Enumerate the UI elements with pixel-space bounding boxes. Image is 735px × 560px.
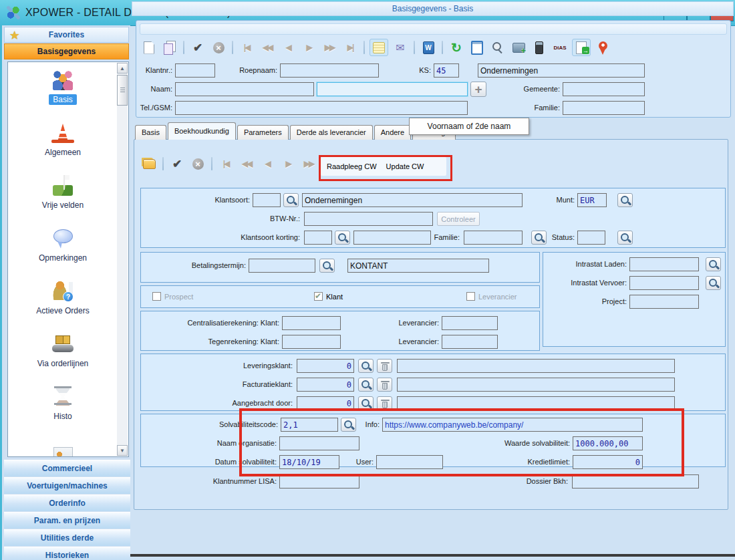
centralisatie-leverancier-field[interactable] [442, 316, 498, 330]
solvabiliteitscode-field[interactable] [281, 418, 338, 432]
waarde-solvabiliteit-field[interactable] [573, 436, 643, 450]
sidebar-nav-voertuigen-machines[interactable]: Voertuigen/machines [4, 477, 130, 494]
facturatieklant-description-field[interactable] [397, 378, 675, 392]
klantnr-field[interactable] [175, 63, 215, 78]
tab-boekhoudkundig[interactable]: Boekhoudkundig [168, 122, 236, 140]
word-export-icon[interactable]: W [420, 39, 437, 55]
nav-fast-prev-icon[interactable]: ◀◀ [259, 39, 276, 55]
acc-familie-field[interactable] [464, 231, 523, 245]
mail-icon[interactable]: ✉ [392, 39, 409, 55]
betalingstermijn-search-icon[interactable] [319, 259, 335, 273]
leveringsklant-description-field[interactable] [397, 359, 675, 373]
klantsoort-search-icon[interactable] [283, 193, 299, 207]
sidebar-nav-param-en-prijzen[interactable]: Param. en prijzen [4, 512, 130, 529]
sidebar-nav-orderinfo[interactable]: Orderinfo [4, 495, 130, 511]
leveringsklant-delete-icon[interactable] [377, 359, 392, 373]
nav-next-icon[interactable]: ▶ [279, 156, 297, 172]
new-document-icon[interactable] [140, 39, 158, 55]
nav-prev-icon[interactable]: ◀ [259, 156, 276, 172]
naam-field[interactable] [175, 82, 314, 96]
dias-icon[interactable]: DiAS [551, 39, 569, 55]
familie-field[interactable] [563, 101, 645, 115]
favorites-header[interactable]: ★ Favorites [4, 27, 129, 43]
nav-first-icon[interactable]: |◀ [238, 39, 255, 55]
confirm-icon[interactable] [189, 39, 206, 55]
klant-checkbox[interactable] [314, 292, 323, 301]
status-search-icon[interactable] [617, 231, 633, 245]
confirm-icon[interactable] [168, 156, 186, 172]
refresh-icon[interactable]: ↻ [448, 39, 465, 55]
btw-field[interactable] [304, 212, 433, 226]
gemeente-field[interactable] [563, 82, 645, 96]
tab-andere[interactable]: Andere [374, 125, 411, 140]
betalingstermijn-description-field[interactable] [347, 259, 489, 273]
voornaam-field[interactable] [317, 82, 468, 96]
nav-fast-next-icon[interactable]: ▶▶ [300, 156, 317, 172]
notes-icon[interactable] [370, 39, 388, 56]
sidebar-item[interactable]: Histo [8, 382, 118, 434]
tegenrekening-leverancier-field[interactable] [442, 335, 498, 349]
sidebar-nav-utilities-derde[interactable]: Utilities derde [4, 529, 130, 546]
info-url-field[interactable] [382, 418, 643, 432]
naam-organisatie-field[interactable] [279, 436, 359, 450]
user-field[interactable] [376, 455, 443, 469]
leveringsklant-search-icon[interactable] [358, 359, 374, 373]
leveringsklant-field[interactable] [297, 359, 354, 373]
sidebar-item[interactable]: Opmerkingen [8, 223, 118, 276]
update-cw-button[interactable]: Update CW [383, 160, 428, 173]
facturatieklant-delete-icon[interactable] [377, 378, 392, 392]
klantnummer-lisa-field[interactable] [279, 474, 359, 488]
raadpleeg-cw-button[interactable]: Raadpleeg CW [323, 160, 380, 173]
aangebracht-door-delete-icon[interactable] [377, 396, 392, 410]
betalingstermijn-field[interactable] [249, 259, 315, 273]
list-scrollbar[interactable]: ▲ ▼ [117, 63, 128, 456]
sidebar-item[interactable]: Via orderlijnen [8, 329, 118, 382]
cancel-icon[interactable] [189, 156, 206, 172]
status-field[interactable] [577, 231, 605, 245]
controleer-button[interactable]: Controleer [437, 212, 480, 226]
add-name-button[interactable]: + [470, 82, 486, 97]
phone-icon[interactable] [531, 39, 548, 55]
aangebracht-door-search-icon[interactable] [358, 396, 374, 410]
basisgegevens-header[interactable]: Basisgegevens [4, 43, 129, 59]
korting-field[interactable] [304, 231, 332, 245]
ks-field[interactable] [434, 63, 459, 78]
dossier-bkh-field[interactable] [572, 474, 699, 488]
korting-search-icon[interactable] [335, 231, 350, 245]
sidebar-item[interactable]: Vrije velden [8, 170, 118, 223]
nav-first-icon[interactable]: |◀ [217, 156, 235, 172]
facturatieklant-field[interactable] [297, 378, 354, 392]
tab-derde-als-leverancier[interactable]: Derde als leverancier [290, 125, 373, 140]
sidebar-item[interactable]: Basis [8, 65, 118, 118]
munt-search-icon[interactable] [617, 193, 633, 207]
clipboard-icon[interactable] [468, 39, 486, 55]
solvabiliteit-search-icon[interactable] [341, 418, 356, 432]
search-document-icon[interactable] [489, 39, 506, 55]
scroll-up-icon[interactable]: ▲ [117, 63, 128, 74]
datum-solvabiliteit-field[interactable] [279, 455, 339, 469]
open-folder-icon[interactable] [140, 156, 158, 172]
tegenrekening-klant-field[interactable] [282, 335, 341, 349]
centralisatierekening-klant-field[interactable] [282, 316, 341, 330]
cancel-icon[interactable] [210, 39, 227, 55]
nav-prev-icon[interactable]: ◀ [279, 39, 297, 55]
klantsoort-description-field[interactable] [302, 193, 523, 207]
intrastat-vervoer-search-icon[interactable] [706, 276, 721, 290]
ks-description-field[interactable] [478, 63, 645, 78]
sidebar-nav-historieken[interactable]: Historieken [4, 547, 130, 560]
roepnaam-field[interactable] [280, 63, 379, 78]
map-pin-icon[interactable] [594, 39, 611, 55]
klantsoort-field[interactable] [253, 193, 281, 207]
leverancier-checkbox[interactable] [466, 292, 475, 301]
munt-field[interactable] [577, 193, 607, 207]
sidebar-item[interactable]: Algemeen [8, 118, 118, 170]
korting-description-field[interactable] [353, 231, 431, 245]
copy-document-icon[interactable] [161, 39, 178, 55]
intrastat-laden-search-icon[interactable] [706, 257, 721, 271]
intrastat-vervoer-field[interactable] [629, 276, 699, 290]
project-field[interactable] [629, 295, 699, 309]
sidebar-item[interactable]: Actieve Orders [8, 276, 118, 329]
prospect-checkbox[interactable] [152, 292, 161, 301]
screen-add-icon[interactable] [510, 39, 527, 55]
tab-parameters[interactable]: Parameters [237, 125, 289, 140]
